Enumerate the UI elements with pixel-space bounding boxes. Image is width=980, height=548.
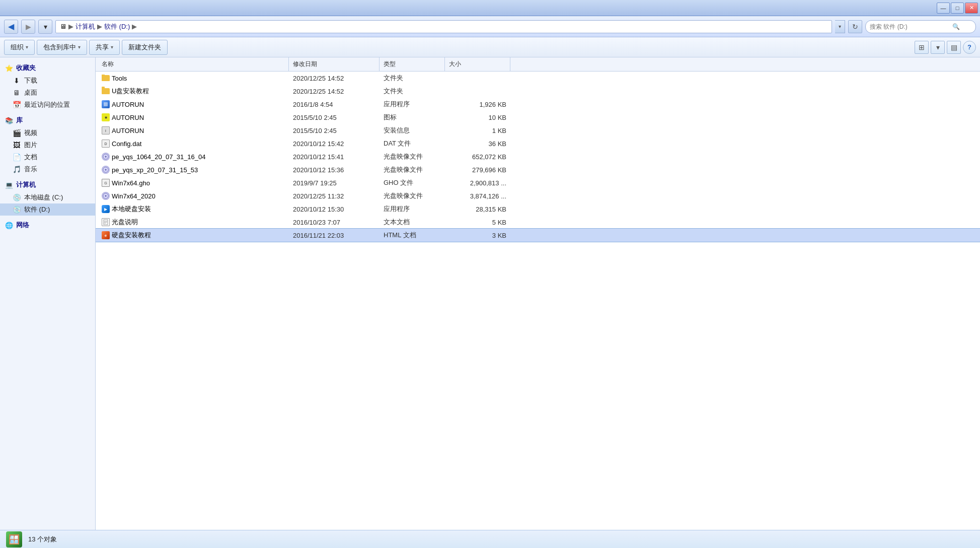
file-name-cell: Tools [98,75,289,82]
sidebar-item-videos[interactable]: 🎬 视频 [0,127,95,139]
file-name: pe_yqs_xp_20_07_31_15_53 [112,166,198,174]
file-date-cell: 2016/1/8 4:54 [289,101,380,108]
html-icon: e [102,231,110,239]
table-row[interactable]: U盘安装教程 2020/12/25 14:52 文件夹 [96,85,980,98]
file-name: AUTORUN [112,114,144,121]
file-name-cell: i AUTORUN [98,126,289,134]
file-type-cell: 光盘映像文件 [380,165,445,174]
dropdown-button[interactable]: ▾ [38,20,52,34]
col-header-type[interactable]: 类型 [380,57,445,71]
col-header-size[interactable]: 大小 [445,57,510,71]
file-name-cell: 光盘说明 [98,218,289,227]
file-type-cell: 文本文档 [380,218,445,227]
sidebar-item-recent[interactable]: 📅 最近访问的位置 [0,99,95,111]
sidebar-item-drive-d[interactable]: 💿 软件 (D:) [0,203,95,216]
file-date-cell: 2016/10/23 7:07 [289,219,380,226]
computer-icon: 💻 [5,181,13,189]
table-row[interactable]: Tools 2020/12/25 14:52 文件夹 [96,72,980,85]
forward-button[interactable]: ▶ [21,20,35,34]
help-button[interactable]: ? [963,41,976,54]
share-dropdown-arrow: ▾ [111,44,113,50]
view-button[interactable]: ⊞ [915,41,929,54]
sidebar-network-header[interactable]: 🌐 网络 [0,219,95,232]
maximize-button[interactable]: □ [951,3,964,14]
table-row[interactable]: AUTORUN 2016/1/8 4:54 应用程序 1,926 KB [96,98,980,111]
file-size-cell: 1,926 KB [445,101,510,108]
table-row[interactable]: pe_yqs_xp_20_07_31_15_53 2020/10/12 15:3… [96,163,980,176]
minimize-button[interactable]: — [937,3,950,14]
status-app-icon: 🪟 [6,531,22,547]
table-row[interactable]: e 硬盘安装教程 2016/11/21 22:03 HTML 文档 3 KB [96,229,980,242]
network-label: 网络 [16,221,29,230]
table-row[interactable]: ★ AUTORUN 2015/5/10 2:45 图标 10 KB [96,111,980,124]
library-dropdown-arrow: ▾ [78,44,81,50]
videos-icon: 🎬 [12,128,21,138]
sidebar-favorites-header[interactable]: ⭐ 收藏夹 [0,61,95,75]
file-type-cell: 文件夹 [380,87,445,96]
address-dropdown[interactable]: ▾ [835,20,845,33]
file-size-cell: 28,315 KB [445,206,510,213]
gho-icon: G [102,179,110,187]
back-button[interactable]: ◀ [4,20,18,34]
downloads-label: 下载 [24,76,37,85]
sidebar-item-drive-c[interactable]: 💿 本地磁盘 (C:) [0,191,95,203]
refresh-button[interactable]: ↻ [848,20,862,33]
folder-icon [102,88,110,94]
file-date-cell: 2020/10/12 15:41 [289,153,380,161]
table-row[interactable]: G Win7x64.gho 2019/9/7 19:25 GHO 文件 2,90… [96,176,980,189]
search-input[interactable] [870,23,950,30]
sidebar-library-header[interactable]: 📚 库 [0,114,95,127]
svg-point-6 [105,195,107,197]
drive-d-icon: 💿 [12,205,21,214]
path-separator-3: ▶ [132,23,137,30]
sidebar-item-images[interactable]: 🖼 图片 [0,139,95,151]
path-separator-2: ▶ [97,23,102,30]
table-row[interactable]: 光盘说明 2016/10/23 7:07 文本文档 5 KB [96,216,980,229]
table-row[interactable]: ▶ 本地硬盘安装 2020/10/12 15:30 应用程序 28,315 KB [96,202,980,216]
library-label: 库 [16,116,23,125]
file-type-cell: 文件夹 [380,74,445,83]
favorites-label: 收藏夹 [16,63,36,73]
share-button[interactable]: 共享 ▾ [89,40,120,55]
table-row[interactable]: i AUTORUN 2015/5/10 2:45 安装信息 1 KB [96,124,980,137]
sidebar-item-documents[interactable]: 📄 文档 [0,151,95,163]
drive-c-icon: 💿 [12,193,21,202]
table-row[interactable]: pe_yqs_1064_20_07_31_16_04 2020/10/12 15… [96,150,980,163]
file-type-cell: GHO 文件 [380,178,445,187]
sidebar-item-downloads[interactable]: ⬇ 下载 [0,75,95,87]
path-computer[interactable]: 计算机 [76,22,95,31]
view-dropdown-button[interactable]: ▾ [931,41,945,54]
col-header-name[interactable]: 名称 [98,57,289,71]
file-name-cell: G Win7x64.gho [98,179,289,187]
status-count: 13 个对象 [28,535,57,544]
file-name-cell: Win7x64_2020 [98,192,289,200]
share-label: 共享 [96,43,109,52]
file-name-cell: pe_yqs_1064_20_07_31_16_04 [98,153,289,161]
table-row[interactable]: D Config.dat 2020/10/12 15:42 DAT 文件 36 … [96,137,980,150]
organize-button[interactable]: 组织 ▾ [4,40,35,55]
table-row[interactable]: Win7x64_2020 2020/12/25 11:32 光盘映像文件 3,8… [96,189,980,202]
file-name: Win7x64_2020 [112,192,156,200]
close-button[interactable]: ✕ [965,3,978,14]
layout-button[interactable]: ▤ [947,41,961,54]
sidebar-item-desktop[interactable]: 🖥 桌面 [0,87,95,99]
sidebar-library-section: 📚 库 🎬 视频 🖼 图片 📄 文档 🎵 音乐 [0,114,95,175]
drive-d-label: 软件 (D:) [24,205,50,214]
recent-label: 最近访问的位置 [24,100,70,109]
computer-label: 计算机 [16,180,36,189]
desktop-icon: 🖥 [12,88,21,97]
path-drive[interactable]: 软件 (D:) [104,22,130,31]
svg-point-2 [105,156,107,158]
search-icon[interactable]: 🔍 [952,23,960,30]
new-folder-button[interactable]: 新建文件夹 [122,40,168,55]
col-header-date[interactable]: 修改日期 [289,57,380,71]
file-name: 本地硬盘安装 [112,204,151,214]
sidebar-item-music[interactable]: 🎵 音乐 [0,163,95,175]
file-date-cell: 2020/10/12 15:42 [289,140,380,148]
include-library-button[interactable]: 包含到库中 ▾ [37,40,87,55]
search-box: 🔍 [865,20,976,33]
drive-c-label: 本地磁盘 (C:) [24,193,63,202]
sidebar-computer-header[interactable]: 💻 计算机 [0,178,95,191]
file-name-cell: AUTORUN [98,100,289,108]
exe-icon [102,100,110,108]
